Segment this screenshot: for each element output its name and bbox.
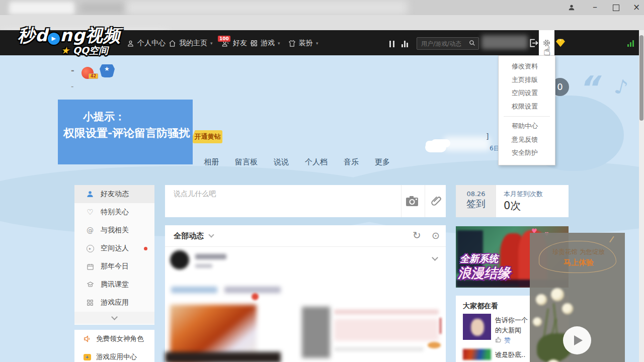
sidebar-item-label: 免费领女神角色 [96, 334, 144, 343]
video-thumbnail[interactable] [463, 314, 491, 340]
sidebar-item-special-care[interactable]: ♡ 特别关心 [74, 203, 154, 221]
tab-albums[interactable]: 相册 [204, 157, 219, 167]
scrollbar-track[interactable] [639, 30, 644, 362]
video-thumbnail[interactable] [463, 349, 491, 360]
sidebar-panel-promo: 免费领女神角色 + 游戏应用中心 [74, 330, 154, 362]
grid-icon [86, 299, 95, 306]
tab-message-board[interactable]: 留言板 [235, 157, 258, 167]
screen: “ ♪ - 42 ★ - 小提示： 权限设置-评论留言防骚扰 开通黄钻 ] 6日… [0, 0, 644, 362]
open-yellow-diamond-button[interactable]: 开通黄钻 [193, 130, 222, 143]
nav-label: 个人中心 [137, 39, 166, 48]
flower [551, 288, 564, 301]
video-title-line1: 告诉你一个 [495, 316, 528, 325]
dark-strip-blurred [165, 352, 281, 362]
video-watermark: 秒d▶ng视频 ★ QQ空间 [18, 24, 121, 57]
tab-shuoshuo[interactable]: 说说 [274, 157, 289, 167]
browser-tab-blurred[interactable] [9, 2, 74, 15]
browser-tab-bar: – × [0, 0, 644, 15]
flower [536, 294, 547, 305]
sidebar-item-game-app-center[interactable]: + 游戏应用中心 [74, 348, 154, 362]
minimize-button[interactable]: – [593, 1, 597, 12]
search-input[interactable] [420, 40, 467, 48]
music-note-decoration: ♪ [612, 74, 630, 100]
feed-settings-button[interactable]: ⊙ [432, 230, 440, 241]
scrollbar-thumb[interactable] [639, 35, 643, 121]
composer-input[interactable]: 说点儿什么吧 [174, 190, 216, 199]
divider [165, 246, 446, 247]
ad-line1: 全新系统 [460, 252, 498, 265]
gray-column-blurred [302, 307, 330, 358]
post-menu-chevron[interactable] [432, 254, 438, 261]
nav-label: 游戏 [261, 39, 275, 48]
search-icon[interactable] [469, 39, 475, 48]
sidebar-expand-button[interactable] [74, 312, 154, 324]
video-title-line2: 的大新闻 [495, 326, 521, 335]
video-ad-overlay[interactable]: 珍贵花馆 为您绽放 马上体验 [530, 233, 625, 362]
sidebar-item-label: 好友动态 [101, 190, 129, 199]
sidebar-item-tencent-classroom[interactable]: 腾讯课堂 [74, 276, 154, 294]
overlay-cta[interactable]: 马上体验 [546, 258, 611, 267]
menu-item-security[interactable]: 安全防护 [499, 146, 555, 160]
post-author-blurred [195, 254, 226, 259]
tab-more[interactable]: 更多 [375, 157, 390, 167]
sidebar-item-label: 空间达人 [101, 244, 129, 253]
menu-item-space-settings[interactable]: 空间设置 [499, 86, 555, 100]
menu-item-help-center[interactable]: 帮助中心 [499, 120, 555, 133]
checkin-date: 08.26 [456, 190, 496, 198]
checkin-button[interactable]: 08.26 签到 [456, 185, 496, 217]
attachment-button[interactable] [430, 195, 442, 210]
video-title-line1: 谁是卧底.. [495, 350, 525, 359]
cloud-decoration [425, 142, 446, 152]
nav-dress-up[interactable]: 装扮 ▾ [288, 39, 318, 48]
overlay-line1: 珍贵花馆 为您绽放 [546, 248, 611, 256]
close-button[interactable]: × [633, 2, 640, 12]
sidebar-item-game-apps[interactable]: 游戏应用 [74, 294, 154, 312]
watermark-part2: ng [60, 25, 86, 45]
feed-filter-dropdown[interactable]: 全部动态 [174, 231, 213, 241]
logout-icon[interactable] [528, 38, 539, 50]
nav-label: 我的主页 [179, 39, 207, 48]
menu-item-edit-profile[interactable]: 修改资料 [499, 60, 555, 73]
checkin-count: 0次 [504, 199, 569, 213]
caret-icon: ▾ [210, 41, 213, 46]
tab-personal-file[interactable]: 个人档 [305, 157, 328, 167]
navbar-search[interactable] [417, 37, 479, 50]
pink-bar-blurred [334, 309, 439, 315]
leaf-outline [539, 241, 616, 273]
sidebar-item-related-to-me[interactable]: @ 与我相关 [74, 221, 154, 239]
sidebar-item-that-year-today[interactable]: 那年今日 [74, 257, 154, 276]
nav-label: 好友 [233, 39, 247, 48]
leaf-stem [609, 236, 614, 243]
play-circle-icon: ▸ [86, 245, 95, 252]
tab-music[interactable]: 音乐 [344, 157, 359, 167]
sidebar-item-free-goddess-role[interactable]: 免费领女神角色 [74, 330, 154, 348]
restore-button[interactable] [613, 5, 619, 11]
nav-my-homepage[interactable]: 我的主页 ▾ [169, 39, 213, 48]
menu-item-permission-settings[interactable]: 权限设置 [499, 100, 555, 114]
megaphone-icon [83, 335, 92, 343]
play-logo-icon: ▶ [48, 33, 60, 45]
caret-icon: ▾ [278, 41, 280, 46]
browser-tab-blurred[interactable] [80, 3, 126, 13]
post-time-blurred [195, 264, 212, 268]
sidebar-item-label: 那年今日 [101, 262, 129, 271]
music-equalizer-icon[interactable] [401, 41, 408, 47]
menu-item-feedback[interactable]: 意见反馈 [499, 133, 555, 147]
sidebar-item-friend-feed[interactable]: 好友动态 [74, 185, 154, 203]
app-center-icon: + [83, 354, 92, 360]
flower [562, 303, 573, 314]
paperclip-icon [430, 200, 442, 210]
camera-button[interactable] [406, 195, 419, 209]
sidebar-item-space-star[interactable]: ▸ 空间达人 [74, 239, 154, 257]
nav-personal-center[interactable]: 个人中心 [127, 39, 166, 48]
yellow-diamond-icon[interactable] [555, 38, 566, 49]
pause-icon[interactable] [389, 41, 394, 47]
checkin-label: 本月签到次数 [504, 190, 569, 199]
menu-item-homepage-layout[interactable]: 主页排版 [499, 73, 555, 87]
browser-profile-icon[interactable] [568, 4, 576, 14]
play-button[interactable] [563, 326, 591, 354]
post-text-blurred [171, 287, 217, 293]
refresh-button[interactable]: ↻ [413, 229, 421, 241]
post-avatar[interactable] [170, 250, 189, 269]
nav-games[interactable]: 游戏 ▾ [251, 39, 280, 48]
